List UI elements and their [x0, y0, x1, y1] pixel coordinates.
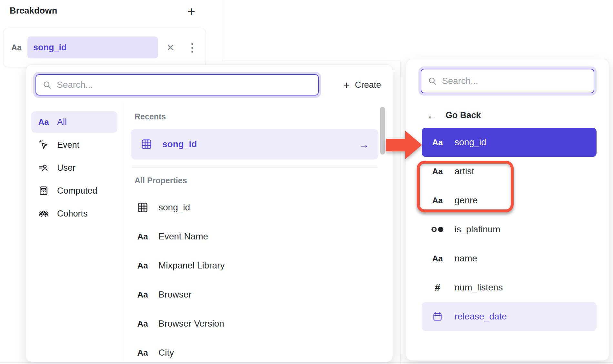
table-property-label: song_id [455, 137, 486, 147]
text-type-icon: Aa [136, 319, 149, 328]
grid-table-icon [140, 138, 153, 150]
category-label: All [57, 117, 67, 127]
popover-body: Aa All Event User [26, 103, 393, 362]
recents-header: Recents [135, 112, 378, 121]
go-back-label: Go Back [446, 110, 481, 120]
property-row-song-id[interactable]: song_id [131, 193, 378, 222]
table-property-label: name [455, 253, 477, 264]
category-event[interactable]: Event [31, 134, 117, 156]
property-list: Recents song_id → All Properties song_id [122, 103, 393, 362]
text-type-icon: Aa [136, 261, 149, 270]
search-box [421, 69, 594, 93]
text-type-icon: Aa [136, 290, 149, 299]
property-label: song_id [158, 202, 190, 213]
user-icon [38, 163, 49, 173]
list-divider [131, 167, 378, 167]
property-row-mixpanel-library[interactable]: Aa Mixpanel Library [131, 251, 378, 280]
search-icon [43, 80, 52, 89]
category-user[interactable]: User [31, 157, 117, 178]
property-row-city[interactable]: Aa City [131, 338, 378, 362]
category-label: Computed [57, 186, 97, 196]
calendar-icon [430, 311, 445, 322]
table-property-artist[interactable]: Aa artist [422, 157, 597, 186]
property-drilldown-popover: ← Go Back Aa song_id Aa artist Aa genre … [406, 59, 609, 361]
category-label: Event [57, 140, 79, 150]
property-label: City [158, 348, 174, 358]
text-type-icon: Aa [38, 118, 49, 126]
mixpanel-breakdown-property-picker: Breakdown + Aa song_id ✕ ⋮ + Create Aa [0, 0, 613, 364]
create-button-label: Create [355, 80, 381, 90]
table-property-release-date[interactable]: release_date [422, 302, 597, 331]
background-divider [222, 0, 222, 60]
plus-icon: + [343, 79, 350, 90]
text-type-icon: Aa [136, 232, 149, 241]
event-cursor-icon [38, 140, 49, 150]
breakdown-chip-card: Aa song_id ✕ ⋮ [3, 28, 206, 67]
recent-property-label: song_id [162, 139, 197, 149]
search-row: + Create [26, 65, 393, 103]
search-input[interactable] [57, 80, 312, 90]
category-cohorts[interactable]: Cohorts [31, 203, 117, 224]
text-type-icon: Aa [136, 349, 149, 357]
create-property-button[interactable]: + Create [343, 79, 381, 90]
table-property-is-platinum[interactable]: is_platinum [422, 215, 597, 244]
background-divider [400, 60, 401, 364]
background-divider [0, 362, 613, 363]
go-back-button[interactable]: ← Go Back [415, 106, 600, 124]
text-type-icon: Aa [430, 138, 445, 147]
calculator-icon [38, 186, 49, 196]
add-breakdown-button[interactable]: + [183, 3, 200, 21]
boolean-type-icon [430, 225, 445, 234]
property-label: Mixpanel Library [158, 260, 225, 271]
back-arrow-icon: ← [427, 109, 437, 121]
table-property-label: genre [455, 195, 478, 206]
all-properties-header: All Properties [135, 176, 378, 185]
text-type-icon: Aa [430, 167, 445, 176]
breakdown-chip-song-id[interactable]: song_id [27, 36, 158, 58]
text-type-icon: Aa [430, 196, 445, 205]
category-label: User [57, 163, 75, 173]
search-focus-ring [418, 66, 597, 96]
category-label: Cohorts [57, 209, 88, 219]
number-type-icon: # [430, 283, 445, 292]
property-row-browser-version[interactable]: Aa Browser Version [131, 309, 378, 338]
remove-breakdown-button[interactable]: ✕ [166, 42, 175, 53]
property-label: Event Name [158, 231, 208, 242]
text-type-icon: Aa [430, 254, 445, 263]
search-focus-ring [33, 72, 321, 98]
table-property-list: Aa song_id Aa artist Aa genre is_platinu… [415, 128, 600, 331]
category-computed[interactable]: Computed [31, 180, 117, 201]
property-row-event-name[interactable]: Aa Event Name [131, 222, 378, 251]
table-property-label: artist [455, 166, 474, 177]
property-label: Browser Version [158, 318, 224, 329]
table-property-num-listens[interactable]: # num_listens [422, 273, 597, 302]
breakdown-options-kebab-menu[interactable]: ⋮ [187, 42, 198, 53]
background-divider [222, 60, 400, 60]
table-property-name[interactable]: Aa name [422, 244, 597, 273]
category-sidebar: Aa All Event User [26, 103, 122, 362]
table-property-label: num_listens [455, 282, 503, 293]
table-property-label: release_date [455, 311, 507, 322]
table-property-song-id[interactable]: Aa song_id [422, 128, 597, 157]
scrollbar-thumb[interactable] [380, 107, 385, 155]
property-row-browser[interactable]: Aa Browser [131, 280, 378, 309]
property-label: Browser [158, 289, 192, 300]
table-property-label: is_platinum [455, 224, 500, 235]
cohorts-icon [38, 208, 49, 219]
recent-property-song-id[interactable]: song_id → [131, 129, 378, 159]
search-box [35, 74, 319, 96]
breakdown-section-title: Breakdown [10, 6, 57, 16]
grid-table-icon [136, 202, 149, 213]
category-all[interactable]: Aa All [31, 111, 117, 133]
search-icon [428, 76, 437, 86]
drill-in-arrow-icon[interactable]: → [358, 138, 369, 151]
string-type-icon: Aa [11, 43, 22, 52]
property-select-popover: + Create Aa All Event [26, 65, 393, 362]
table-property-genre[interactable]: Aa genre [422, 186, 597, 215]
search-input[interactable] [442, 76, 587, 86]
